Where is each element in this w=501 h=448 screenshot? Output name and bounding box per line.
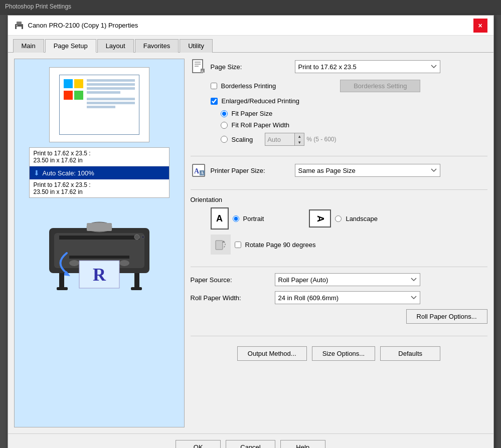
orientation-section: Orientation A Portrait A Lan [191, 196, 487, 230]
landscape-radio[interactable] [335, 215, 342, 222]
printer-paper-size-label: Printer Paper Size: [211, 167, 291, 174]
scaling-value-input[interactable] [265, 133, 295, 146]
spin-buttons: ▲ ▼ [295, 133, 304, 146]
output-method-button[interactable]: Output Method... [237, 346, 307, 361]
tab-page-setup[interactable]: Page Setup [45, 39, 96, 53]
doc-inner [59, 75, 139, 135]
rotate-icon [214, 238, 228, 252]
portrait-option: A Portrait [211, 207, 264, 230]
printer-image-container: R [39, 208, 159, 288]
svg-rect-22 [195, 62, 201, 63]
borderless-row: Borderless Printing Borderless Setting [191, 80, 487, 92]
scaling-row: Scaling ▲ ▼ % (5 - 600) [221, 133, 487, 146]
roll-paper-width-select[interactable]: 24 in Roll (609.6mm) 17 in Roll (431.8mm… [275, 291, 420, 304]
fit-paper-radio[interactable] [221, 110, 228, 117]
svg-text:A: A [194, 167, 200, 175]
help-button[interactable]: Help [280, 440, 325, 448]
portrait-label: Portrait [243, 215, 264, 222]
fit-roll-label: Fit Roll Paper Width [232, 121, 290, 129]
dialog-title: Canon PRO-2100 (Copy 1) Properties [14, 21, 138, 31]
paper-source-row: Paper Source: Roll Paper (Auto) Cut Shee… [191, 273, 487, 286]
document-preview [49, 67, 149, 142]
paper-source-select[interactable]: Roll Paper (Auto) Cut Sheet Manual [275, 273, 420, 286]
preview-panel: Print to 17.62 x 23.5 : 23.50 in x 17.62… [14, 59, 185, 427]
radio-group: Fit Paper Size Fit Roll Paper Width Scal… [191, 110, 487, 150]
roll-paper-width-row: Roll Paper Width: 24 in Roll (609.6mm) 1… [191, 291, 487, 304]
rotate-label: Rotate Page 90 degrees [245, 241, 316, 249]
svg-point-9 [119, 260, 129, 266]
page-size-icon: A [191, 59, 207, 75]
landscape-label: Landscape [346, 215, 378, 222]
portrait-icon: A [211, 207, 229, 230]
svg-rect-1 [17, 22, 22, 25]
printer-paper-size-select[interactable]: Same as Page Size Letter A4 [295, 164, 440, 177]
tabs-bar: Main Page Setup Layout Favorites Utility [8, 36, 493, 53]
paper-info-box: Print to 17.62 x 23.5 : 23.50 in x 17.62… [29, 147, 170, 198]
spin-up-button[interactable]: ▲ [295, 133, 304, 139]
scaling-input-group: ▲ ▼ % (5 - 600) [265, 133, 336, 146]
paper-info-row-1: Print to 17.62 x 23.5 : 23.50 in x 17.62… [30, 148, 169, 166]
page-size-label: Page Size: [211, 63, 291, 71]
rotate-row: Rotate Page 90 degrees [191, 235, 487, 255]
svg-rect-6 [59, 236, 139, 240]
divider-4 [191, 336, 487, 336]
tab-favorites[interactable]: Favorites [135, 39, 179, 53]
page-size-select[interactable]: Print to 17.62 x 23.5 Letter A4 [295, 60, 440, 73]
defaults-button[interactable]: Defaults [380, 346, 440, 361]
printer-paper-size-icon: A A [191, 162, 207, 178]
borderless-checkbox[interactable] [211, 83, 217, 89]
svg-rect-24 [195, 66, 199, 67]
doc-lines [87, 79, 135, 130]
paper-info-row-2: Print to 17.62 x 23.5 : 23.50 in x 17.62… [30, 179, 169, 197]
scale-row: ⬇ Auto Scale: 100% [30, 166, 169, 179]
fit-paper-row: Fit Paper Size [221, 110, 487, 117]
ok-button[interactable]: OK [176, 440, 221, 448]
printer-image-svg: R [39, 208, 159, 293]
rotate-checkbox[interactable] [235, 242, 241, 248]
scaling-radio[interactable] [221, 136, 228, 143]
portrait-radio[interactable] [233, 215, 239, 222]
printer-paper-size-row: A A Printer Paper Size: Same as Page Siz… [191, 162, 487, 178]
fit-roll-row: Fit Roll Paper Width [221, 121, 487, 129]
spin-down-button[interactable]: ▼ [295, 139, 304, 145]
tab-main[interactable]: Main [13, 39, 44, 53]
cancel-button[interactable]: Cancel [226, 440, 275, 448]
roll-paper-options-button[interactable]: Roll Paper Options... [406, 309, 487, 324]
color-block [64, 79, 84, 97]
main-dialog: Canon PRO-2100 (Copy 1) Properties × Mai… [8, 15, 494, 448]
svg-rect-7 [69, 256, 129, 259]
roll-paper-width-label: Roll Paper Width: [191, 294, 271, 302]
enlarged-checkbox[interactable] [211, 98, 218, 105]
divider-2 [191, 189, 487, 190]
photoshop-bg-title: Photoshop Print Settings [0, 0, 501, 15]
scaling-label: Scaling [232, 136, 253, 143]
svg-text:A: A [201, 171, 204, 175]
dialog-titlebar: Canon PRO-2100 (Copy 1) Properties × [8, 16, 493, 36]
roll-paper-options-row: Roll Paper Options... [191, 309, 487, 324]
svg-rect-14 [134, 273, 139, 288]
svg-point-18 [141, 236, 144, 239]
svg-text:R: R [93, 265, 106, 285]
landscape-icon: A [309, 209, 331, 228]
rotate-icon-box [211, 235, 231, 255]
scale-arrow-icon: ⬇ [34, 169, 40, 177]
close-button[interactable]: × [473, 19, 487, 33]
tab-layout[interactable]: Layout [97, 39, 134, 53]
svg-rect-13 [59, 273, 64, 288]
content-area: Print to 17.62 x 23.5 : 23.50 in x 17.62… [8, 53, 493, 433]
svg-rect-2 [17, 27, 22, 30]
fit-roll-radio[interactable] [221, 122, 228, 129]
page-size-row: A Page Size: Print to 17.62 x 23.5 Lette… [191, 59, 487, 75]
svg-rect-3 [16, 25, 18, 26]
svg-rect-23 [195, 64, 201, 65]
svg-text:A: A [201, 70, 204, 73]
bottom-buttons: Output Method... Size Options... Default… [191, 342, 487, 365]
borderless-setting-button[interactable]: Borderless Setting [340, 80, 420, 92]
tab-utility[interactable]: Utility [180, 39, 213, 53]
scaling-percent-label: % (5 - 600) [306, 136, 336, 143]
svg-rect-31 [216, 241, 223, 250]
orientation-options: A Portrait A Landscape [191, 207, 487, 230]
settings-panel: A Page Size: Print to 17.62 x 23.5 Lette… [191, 59, 487, 427]
size-options-button[interactable]: Size Options... [312, 346, 376, 361]
footer-buttons: OK Cancel Help [8, 433, 493, 448]
